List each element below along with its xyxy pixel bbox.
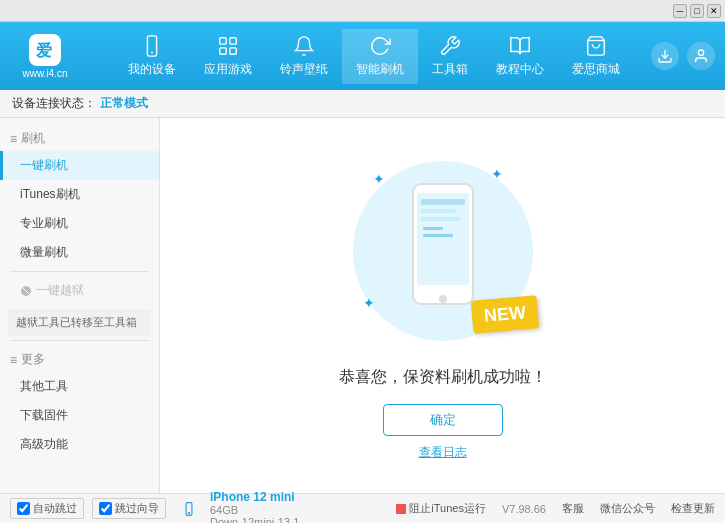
header-right [651,42,715,70]
header: 爱 www.i4.cn 我的设备 应用游戏 铃声壁纸 智能刷机 工具箱 [0,22,725,90]
stop-itunes-button[interactable]: 阻止iTunes运行 [396,501,486,516]
nav-item-ringtones[interactable]: 铃声壁纸 [266,29,342,84]
svg-rect-4 [219,37,225,43]
sidebar-item-micro-flash[interactable]: 微量刷机 [0,238,159,267]
window-controls[interactable]: ─ □ ✕ [673,4,721,18]
logo[interactable]: 爱 www.i4.cn [10,34,80,79]
success-illustration: ✦ ✦ ✦ [343,151,543,351]
minimize-button[interactable]: ─ [673,4,687,18]
view-log-link[interactable]: 查看日志 [419,444,467,461]
stop-icon [396,504,406,514]
close-button[interactable]: ✕ [707,4,721,18]
svg-point-10 [698,50,703,55]
wechat-public-link[interactable]: 微信公众号 [600,501,655,516]
sidebar-jailbreak-notice: 越狱工具已转移至工具箱 [8,309,151,336]
nav-items: 我的设备 应用游戏 铃声壁纸 智能刷机 工具箱 教程中心 爱思商 [96,29,651,84]
status-bar: 设备连接状态： 正常模式 [0,90,725,118]
nav-item-toolbox[interactable]: 工具箱 [418,29,482,84]
svg-point-22 [188,512,189,513]
sidebar-section-flash: ≡ 刷机 [0,124,159,151]
sidebar-section-more: ≡ 更多 [0,345,159,372]
status-label: 设备连接状态： [12,95,96,112]
svg-rect-17 [421,209,457,213]
svg-rect-19 [423,227,443,230]
svg-rect-5 [229,37,235,43]
device-name: iPhone 12 mini [210,490,299,504]
flash-section-icon: ≡ [10,132,17,146]
sidebar-item-other-tools[interactable]: 其他工具 [0,372,159,401]
main-content: ✦ ✦ ✦ [160,118,725,493]
phone-illustration [403,179,483,322]
sparkle-3: ✦ [363,295,375,311]
new-badge: NEW [470,295,539,334]
sidebar: ≡ 刷机 一键刷机 iTunes刷机 专业刷机 微量刷机 一键越狱 越狱工具已转… [0,118,160,493]
version-label: V7.98.66 [502,503,546,515]
svg-rect-23 [396,504,406,514]
auto-mode-label: 自动跳过 [33,501,77,516]
nav-label-tutorials: 教程中心 [496,61,544,78]
nav-label-ringtones: 铃声壁纸 [280,61,328,78]
device-storage: 64GB [210,504,299,516]
check-update-link[interactable]: 检查更新 [671,501,715,516]
svg-rect-14 [417,193,469,285]
nav-item-smart-flash[interactable]: 智能刷机 [342,29,418,84]
nav-label-smart-flash: 智能刷机 [356,61,404,78]
nav-label-my-device: 我的设备 [128,61,176,78]
svg-rect-18 [421,217,461,221]
auto-mode-checkbox[interactable] [17,502,30,515]
restore-button[interactable]: □ [690,4,704,18]
sidebar-item-advanced[interactable]: 高级功能 [0,430,159,459]
skip-wizard-checkbox-container: 跳过向导 [92,498,166,519]
nav-item-my-device[interactable]: 我的设备 [114,29,190,84]
nav-label-toolbox: 工具箱 [432,61,468,78]
main-layout: ≡ 刷机 一键刷机 iTunes刷机 专业刷机 微量刷机 一键越狱 越狱工具已转… [0,118,725,493]
success-text: 恭喜您，保资料刷机成功啦！ [339,367,547,388]
more-section-label: 更多 [21,351,45,368]
more-section-icon: ≡ [10,353,17,367]
sidebar-item-itunes-flash[interactable]: iTunes刷机 [0,180,159,209]
nav-item-mall[interactable]: 爱思商城 [558,29,634,84]
svg-rect-16 [421,199,465,205]
nav-item-tutorials[interactable]: 教程中心 [482,29,558,84]
sidebar-divider-1 [10,271,149,272]
svg-point-15 [439,295,447,303]
skip-wizard-checkbox[interactable] [99,502,112,515]
user-button[interactable] [687,42,715,70]
sidebar-item-jailbreak-disabled: 一键越狱 [0,276,159,305]
auto-mode-checkbox-container: 自动跳过 [10,498,84,519]
flash-section-label: 刷机 [21,130,45,147]
svg-rect-7 [229,47,235,53]
svg-text:爱: 爱 [36,41,52,59]
bottom-bar: 自动跳过 跳过向导 iPhone 12 mini 64GB Down-12min… [0,493,725,523]
sidebar-divider-2 [10,340,149,341]
status-value: 正常模式 [100,95,148,112]
sidebar-item-pro-flash[interactable]: 专业刷机 [0,209,159,238]
skip-wizard-label: 跳过向导 [115,501,159,516]
svg-rect-20 [423,234,453,237]
device-icon [182,502,196,516]
logo-icon: 爱 [29,34,61,66]
sparkle-2: ✦ [491,166,503,182]
confirm-button[interactable]: 确定 [383,404,503,436]
sidebar-item-one-click-flash[interactable]: 一键刷机 [0,151,159,180]
bottom-right: 阻止iTunes运行 V7.98.66 客服 微信公众号 检查更新 [396,501,715,516]
device-info: iPhone 12 mini 64GB Down-12mini-13,1 [210,490,299,524]
svg-point-3 [151,51,153,53]
sidebar-item-download-firmware[interactable]: 下载固件 [0,401,159,430]
svg-rect-6 [219,47,225,53]
device-model: Down-12mini-13,1 [210,516,299,524]
logo-url: www.i4.cn [22,68,67,79]
nav-label-app-games: 应用游戏 [204,61,252,78]
nav-item-app-games[interactable]: 应用游戏 [190,29,266,84]
sparkle-1: ✦ [373,171,385,187]
title-bar: ─ □ ✕ [0,0,725,22]
customer-service-link[interactable]: 客服 [562,501,584,516]
nav-label-mall: 爱思商城 [572,61,620,78]
download-button[interactable] [651,42,679,70]
